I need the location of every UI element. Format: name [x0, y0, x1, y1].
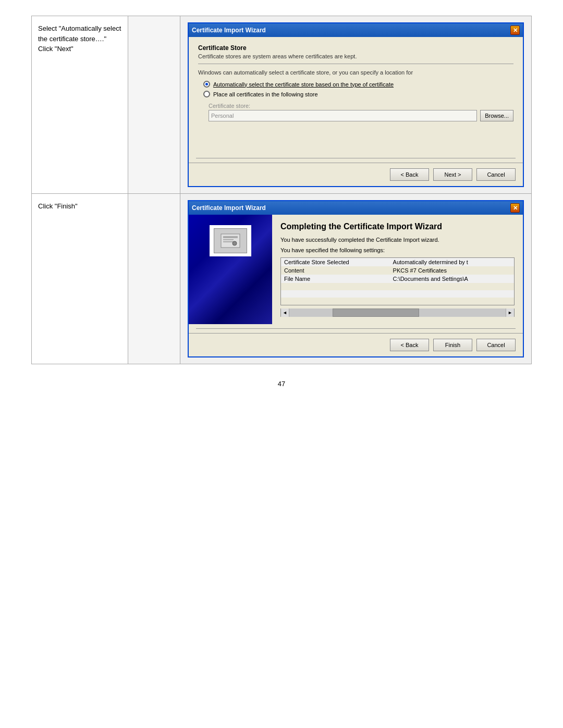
wizard-content-panel: Completing the Certificate Import Wizard…: [272, 215, 523, 324]
settings-row-empty-3: [281, 298, 515, 305]
instruction-2: Click "Finish": [32, 194, 128, 364]
dialog-2-title-area: Certificate Import Wizard: [192, 204, 266, 212]
scrollbar-track: [289, 309, 506, 317]
dialog-2: Certificate Import Wizard ✕: [188, 200, 524, 357]
settings-row-1: Content PKCS #7 Certificates: [281, 266, 515, 275]
dialog-1-section-title: Certificate Store: [198, 44, 513, 52]
instruction-1: Select "Automatically select the certifi…: [32, 16, 128, 193]
table-row-2: Click "Finish" Certificate Import Wizard…: [32, 194, 531, 364]
cert-store-label: Certificate store:: [209, 103, 513, 109]
wizard-text-2: You have specified the following setting…: [280, 247, 515, 253]
wizard-body: Completing the Certificate Import Wizard…: [189, 215, 523, 324]
settings-row-empty-1: [281, 283, 515, 290]
cancel-button-2[interactable]: Cancel: [476, 339, 516, 351]
dialog-1-title-area: Certificate Import Wizard: [192, 27, 266, 34]
svg-point-4: [232, 241, 237, 245]
browse-button[interactable]: Browse...: [480, 110, 513, 121]
wizard-image-panel: [189, 215, 272, 324]
page-container: Select "Automatically select the certifi…: [31, 16, 532, 364]
dialog-1-spacer: [198, 121, 513, 153]
dialog-2-button-bar: < Back Finish Cancel: [189, 333, 523, 356]
settings-row-empty-2: [281, 290, 515, 298]
dialog-2-close-button[interactable]: ✕: [510, 203, 520, 213]
next-button-1[interactable]: Next >: [433, 168, 472, 181]
dialog-1-divider-top: [198, 64, 513, 64]
radio-2-circle[interactable]: [203, 91, 210, 97]
dialog-1-disabled-area: Certificate store: Browse...: [209, 103, 513, 121]
dialog-1-body: Certificate Store Certificate stores are…: [189, 37, 523, 158]
dialog-cell-2: Certificate Import Wizard ✕: [180, 194, 531, 364]
dialog-1-body-text: Windows can automatically select a certi…: [198, 69, 513, 76]
back-button-2[interactable]: < Back: [390, 339, 429, 351]
scrollbar-thumb: [333, 309, 419, 317]
wizard-image-inner: [189, 215, 272, 324]
cert-store-input-row: Browse...: [209, 110, 513, 121]
radio-item-2[interactable]: Place all certificates in the following …: [203, 91, 513, 97]
instruction-text-1: Select "Automatically select the certifi…: [38, 24, 121, 53]
radio-1-label: Automatically select the certificate sto…: [213, 81, 394, 88]
image-cell-2: [128, 194, 180, 364]
settings-key-0: Certificate Store Selected: [281, 258, 390, 267]
wizard-text-1: You have successfully completed the Cert…: [280, 237, 515, 243]
page-number: 47: [278, 380, 285, 388]
dialog-1-close-button[interactable]: ✕: [510, 26, 520, 35]
radio-2-label: Place all certificates in the following …: [213, 91, 318, 97]
dialog-2-title-text: Certificate Import Wizard: [192, 204, 266, 212]
horizontal-scrollbar[interactable]: ◄ ►: [280, 309, 515, 317]
scrollbar-left-button[interactable]: ◄: [281, 309, 289, 317]
settings-value-0: Automatically determined by t: [390, 258, 515, 267]
cancel-button-1[interactable]: Cancel: [476, 168, 516, 181]
cert-store-input[interactable]: [209, 110, 477, 121]
dialog-1-radio-group: Automatically select the certificate sto…: [203, 81, 513, 97]
cert-icon: [214, 228, 247, 253]
back-button-1[interactable]: < Back: [390, 168, 429, 181]
settings-value-2: C:\Documents and Settings\A: [390, 275, 515, 283]
svg-rect-1: [223, 236, 238, 238]
wizard-completing-title: Completing the Certificate Import Wizard: [280, 222, 515, 231]
radio-1-circle[interactable]: [203, 81, 210, 88]
cert-icon-wrapper: [210, 225, 251, 256]
certificate-svg-icon: [220, 233, 241, 249]
dialog-1-button-bar: < Back Next > Cancel: [189, 163, 523, 186]
radio-item-1[interactable]: Automatically select the certificate sto…: [203, 81, 513, 88]
wizard-settings-table: Certificate Store Selected Automatically…: [280, 257, 515, 305]
instruction-text-2: Click "Finish": [38, 202, 78, 210]
dialog-1-title-text: Certificate Import Wizard: [192, 27, 266, 34]
image-cell-1: [128, 16, 180, 193]
table-row-1: Select "Automatically select the certifi…: [32, 16, 531, 194]
scrollbar-right-button[interactable]: ►: [506, 309, 514, 317]
dialog-2-titlebar: Certificate Import Wizard ✕: [189, 201, 523, 215]
dialog-1-titlebar: Certificate Import Wizard ✕: [189, 23, 523, 37]
wizard-settings-tbody: Certificate Store Selected Automatically…: [281, 258, 515, 305]
svg-rect-0: [221, 234, 240, 248]
dialog-2-divider: [196, 328, 516, 329]
dialog-1: Certificate Import Wizard ✕ Certificate …: [188, 22, 524, 187]
settings-row-0: Certificate Store Selected Automatically…: [281, 258, 515, 267]
finish-button[interactable]: Finish: [433, 339, 472, 351]
dialog-cell-1: Certificate Import Wizard ✕ Certificate …: [180, 16, 531, 193]
dialog-1-section-desc: Certificate stores are system areas wher…: [198, 53, 513, 59]
settings-key-1: Content: [281, 266, 390, 275]
svg-rect-2: [223, 239, 234, 240]
settings-key-2: File Name: [281, 275, 390, 283]
settings-row-2: File Name C:\Documents and Settings\A: [281, 275, 515, 283]
settings-value-1: PKCS #7 Certificates: [390, 266, 515, 275]
dialog-1-divider-bottom: [196, 158, 516, 158]
